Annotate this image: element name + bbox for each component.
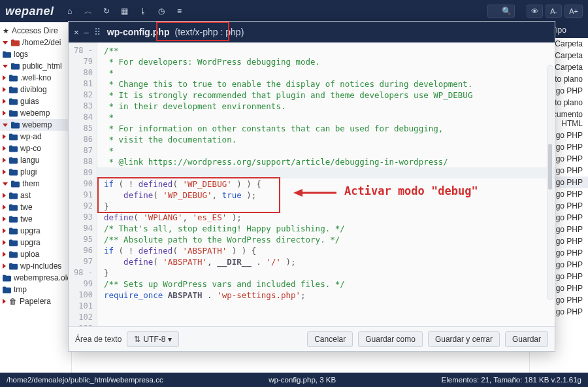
brand-logo: wepanel [5, 5, 54, 18]
caret-down-icon [3, 124, 8, 127]
download-icon[interactable]: ⭳ [135, 3, 151, 19]
topbar: wepanel ⌂ ︿ ↻ ▦ ⭳ ◷ ≡ 🔍 👁 A- A+ [0, 0, 588, 22]
scrollbar-vertical[interactable] [547, 65, 553, 300]
tree-item[interactable]: upgra [0, 225, 71, 237]
tree-label: wp-includes [20, 261, 61, 271]
code-body[interactable]: /** * For developers: WordPress debuggin… [97, 42, 555, 326]
svg-marker-1 [293, 189, 302, 197]
chevron-up-icon[interactable]: ︿ [80, 3, 96, 19]
home-icon[interactable]: ⌂ [62, 3, 78, 19]
annotation-arrow [293, 187, 339, 201]
tree-item[interactable]: twe [0, 201, 71, 213]
tree-item[interactable]: wp-ad [0, 131, 71, 143]
tree-label: /home2/dei [22, 38, 61, 47]
caret-right-icon [3, 193, 6, 198]
editor-footer: Área de texto ⇅ UTF-8 ▾ Cancelar Guardar… [69, 326, 555, 351]
tree-label: tmp [14, 285, 27, 294]
tree-item[interactable]: langu [0, 154, 71, 166]
file-tree[interactable]: ★Accesos Dire/home2/deilogspublic_html.w… [0, 22, 72, 373]
tree-item[interactable]: twe [0, 213, 71, 225]
tree-item[interactable]: 🗑Papelera [0, 295, 71, 307]
caret-right-icon [3, 205, 6, 210]
line-gutter: 78 -798081828384858687888990919293949596… [69, 42, 97, 326]
close-icon[interactable]: × [74, 27, 79, 37]
tree-item[interactable]: ast [0, 190, 71, 201]
caret-down-icon [3, 182, 8, 186]
drag-handle-icon[interactable]: ⠿ [94, 27, 102, 37]
main: ★Accesos Dire/home2/deilogspublic_html.w… [0, 22, 588, 373]
tree-item[interactable]: wp-includes [0, 260, 71, 272]
tree-item[interactable]: .well-kno [0, 72, 71, 84]
caret-right-icon [3, 228, 6, 233]
tree-item[interactable]: guias [0, 95, 71, 107]
refresh-icon[interactable]: ↻ [99, 3, 114, 19]
tree-label: wp-ad [20, 132, 42, 141]
tree-label: ast [20, 191, 31, 200]
caret-right-icon [3, 87, 6, 92]
status-right: Elementos: 21, Tamaño: 181 KB v.2.1.61g [442, 376, 581, 384]
caret-down-icon [3, 41, 8, 44]
search-icon: 🔍 [502, 7, 512, 16]
tree-label: upgra [20, 226, 41, 235]
tree-item[interactable]: webemp [0, 119, 71, 131]
save-button[interactable]: Guardar [505, 331, 548, 347]
editor-filename: wp-config.php [107, 27, 170, 37]
caret-right-icon [3, 75, 6, 80]
save-as-button[interactable]: Guardar como [358, 331, 423, 347]
tree-item[interactable]: tmp [0, 284, 71, 295]
tree-label: Papelera [20, 297, 51, 306]
search-input[interactable]: 🔍 [487, 5, 515, 18]
scrollbar-thumb[interactable] [548, 144, 552, 190]
minimize-icon[interactable]: – [84, 27, 89, 37]
caret-right-icon [3, 216, 6, 222]
star-icon: ★ [3, 27, 9, 35]
editor-mime: (text/x-php : php) [174, 27, 244, 37]
encoding-select[interactable]: ⇅ UTF-8 ▾ [127, 331, 179, 347]
caret-right-icon [3, 299, 6, 304]
caret-right-icon [3, 252, 6, 257]
textarea-label: Área de texto [75, 335, 122, 344]
status-path: /home2/demoalejo/public_html/webempresa.… [7, 376, 163, 384]
tree-item[interactable]: logs [0, 48, 71, 60]
tree-label: wp-co [20, 144, 41, 153]
clock-icon[interactable]: ◷ [154, 3, 169, 19]
tree-item[interactable]: webempresa.oldf [0, 272, 71, 284]
sliders-icon[interactable]: ≡ [172, 3, 188, 19]
tree-label: upgra [20, 238, 41, 247]
tree-item[interactable]: public_html [0, 60, 71, 72]
caret-right-icon [3, 158, 6, 163]
code-area[interactable]: 78 -798081828384858687888990919293949596… [69, 42, 555, 326]
caret-right-icon [3, 169, 6, 175]
center-pane: × – ⠿ wp-config.php (text/x-php : php) 7… [72, 22, 529, 373]
tree-label: webemp [20, 109, 50, 118]
caret-right-icon [3, 134, 6, 139]
tree-item[interactable]: webemp [0, 107, 71, 119]
caret-down-icon [3, 65, 8, 68]
tree-label: webemp [22, 120, 52, 129]
tree-item[interactable]: wp-co [0, 143, 71, 154]
font-increase-button[interactable]: A+ [564, 5, 583, 18]
tree-item[interactable]: upgra [0, 237, 71, 248]
caret-right-icon [3, 240, 6, 245]
cancel-button[interactable]: Cancelar [307, 331, 353, 347]
tree-label: Accesos Dire [12, 26, 58, 35]
tree-label: webempresa.oldf [14, 273, 72, 282]
tree-label: uploa [20, 250, 39, 259]
tree-item[interactable]: diviblog [0, 84, 71, 95]
tree-item[interactable]: ★Accesos Dire [0, 25, 71, 37]
grid-icon[interactable]: ▦ [117, 3, 133, 19]
status-center: wp-config.php, 3 KB [269, 376, 336, 384]
tree-item[interactable]: /home2/dei [0, 37, 71, 48]
statusbar: /home2/demoalejo/public_html/webempresa.… [0, 373, 588, 387]
save-close-button[interactable]: Guardar y cerrar [428, 331, 500, 347]
tree-label: twe [20, 214, 33, 224]
tree-item[interactable]: plugi [0, 166, 71, 178]
caret-right-icon [3, 146, 6, 151]
font-decrease-button[interactable]: A- [546, 5, 562, 18]
tree-label: logs [14, 50, 28, 59]
eye-toggle[interactable]: 👁 [527, 5, 543, 18]
tree-label: diviblog [20, 85, 47, 94]
tree-item[interactable]: uploa [0, 248, 71, 260]
tree-item[interactable]: them [0, 178, 71, 190]
tree-label: twe [20, 203, 33, 212]
